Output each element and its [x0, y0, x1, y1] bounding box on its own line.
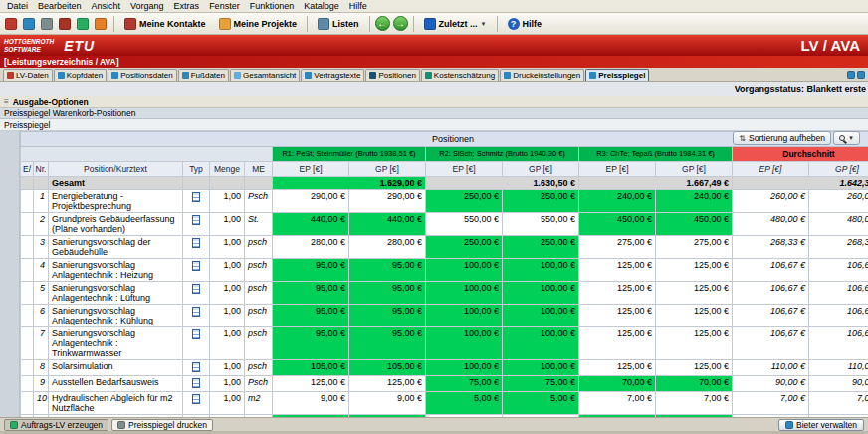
cell-r3-gp[interactable]: 125,00 €	[656, 327, 733, 360]
tab-lv-daten[interactable]: LV-Daten	[3, 69, 53, 81]
cell-r3-ep[interactable]: 125,00 €	[579, 259, 656, 282]
new-document-button[interactable]	[21, 16, 37, 32]
cell-typ[interactable]	[183, 190, 210, 213]
cell-avg-gp[interactable]: 110,00 €	[809, 360, 868, 376]
cell-r2-gp[interactable]: 100,00 €	[503, 327, 579, 360]
cell-me[interactable]: Psch	[245, 376, 273, 392]
column-header-menge[interactable]: Menge	[210, 162, 245, 177]
menu-item-ansicht[interactable]: Ansicht	[87, 1, 126, 11]
cell-r2-ep[interactable]: 5,00 €	[426, 392, 503, 415]
cell-r1-gp[interactable]: 95,00 €	[349, 327, 426, 360]
cell-r1-ep[interactable]: 280,00 €	[273, 236, 349, 259]
cell-me[interactable]: psch	[245, 282, 273, 305]
cell-e[interactable]	[21, 213, 34, 236]
column-header-typ[interactable]: Typ	[183, 162, 210, 177]
cell-menge[interactable]: 1,00	[210, 213, 245, 236]
cell-e[interactable]	[21, 376, 34, 392]
cell-typ[interactable]	[183, 415, 210, 418]
cell-e[interactable]	[21, 177, 34, 190]
cell-typ[interactable]	[183, 259, 210, 282]
bidder-header-2[interactable]: R2: SiSch; Schmitz (Brutto 1940,30 €)	[426, 147, 579, 162]
cell-avg-ep[interactable]: 268,33 €	[733, 236, 809, 259]
preisspiegel-drucken-tab[interactable]: Preisspiegel drucken	[111, 419, 213, 431]
cell-menge[interactable]: 1,00	[210, 305, 245, 327]
ausgabe-optionen-header[interactable]: ≡ Ausgabe-Optionen	[0, 96, 868, 108]
cell-menge[interactable]: 1,00	[210, 327, 245, 360]
cell-r3-gp[interactable]: 125,00 €	[656, 360, 733, 376]
cell-position[interactable]: Grundpreis Gebäudeerfassung (Pläne vorha…	[49, 213, 183, 236]
forward-button[interactable]: →	[393, 16, 408, 31]
cell-r2-ep[interactable]: 100,00 €	[426, 360, 503, 376]
cell-nr[interactable]: 2	[34, 213, 49, 236]
tab-druckeinstellungen[interactable]: Druckeinstellungen	[500, 69, 584, 81]
cell-e[interactable]	[21, 190, 34, 213]
menu-item-funktionen[interactable]: Funktionen	[245, 1, 300, 11]
cell-menge[interactable]: 1,00	[210, 392, 245, 415]
column-header-gp-4[interactable]: GP [€]	[809, 162, 868, 177]
cell-r3-ep[interactable]: 125,00 €	[579, 360, 656, 376]
cell-me[interactable]: psch	[245, 327, 273, 360]
cell-r1-gp[interactable]: 290,00 €	[349, 190, 426, 213]
cell-avg-ep[interactable]: 0,50 €	[733, 415, 809, 418]
cell-typ[interactable]	[183, 236, 210, 259]
cell-position[interactable]: Ausstellen Bedarfsausweis	[49, 376, 183, 392]
cell-r3-gp[interactable]: 125,00 €	[656, 282, 733, 305]
column-header-ep-1[interactable]: EP [€]	[273, 162, 349, 177]
cell-menge[interactable]: 1,00	[210, 259, 245, 282]
cell-r1-ep[interactable]: 105,00 €	[273, 360, 349, 376]
cell-e[interactable]	[21, 259, 34, 282]
cell-r1-gp[interactable]: 95,00 €	[349, 259, 426, 282]
cell-menge[interactable]	[210, 177, 245, 190]
cell-position[interactable]: Hydraulischen Abgleich für m2 Nutzfläche	[49, 392, 183, 415]
cell-r3-gp[interactable]: 450,00 €	[656, 213, 733, 236]
contacts-book-button[interactable]	[57, 16, 73, 32]
meine-kontakte-button[interactable]: Meine Kontakte	[119, 16, 211, 32]
cell-r3-ep[interactable]: 240,00 €	[579, 190, 656, 213]
menu-item-hilfe[interactable]: Hilfe	[344, 1, 372, 11]
bidder-header-1[interactable]: R1: PeSt; Steinmüller (Brutto 1938,51 €)	[273, 147, 426, 162]
cell-r3-ep[interactable]: 70,00 €	[579, 376, 656, 392]
tab-vertragstexte[interactable]: Vertragstexte	[301, 69, 364, 81]
cell-menge[interactable]: 1,00	[210, 282, 245, 305]
column-header-gp-1[interactable]: GP [€]	[349, 162, 426, 177]
cell-r1-gp[interactable]: 0,00 €	[349, 415, 426, 418]
column-header-gp-2[interactable]: GP [€]	[503, 162, 579, 177]
bieter-verwalten-button[interactable]: Bieter verwalten	[778, 419, 864, 431]
cell-r1-ep[interactable]: 0,00 €	[273, 415, 349, 418]
cell-position[interactable]: Energieberatung - Projektbesprechung	[49, 190, 183, 213]
column-header-ep-4[interactable]: EP [€]	[733, 162, 809, 177]
home-button[interactable]	[3, 16, 19, 32]
cell-typ[interactable]	[183, 282, 210, 305]
cell-e[interactable]	[21, 236, 34, 259]
cell-menge[interactable]: 1,00	[210, 236, 245, 259]
window-icon[interactable]	[857, 71, 865, 79]
cell-e[interactable]	[21, 327, 34, 360]
cell-r1-gp[interactable]: 125,00 €	[349, 376, 426, 392]
cell-e[interactable]	[21, 305, 34, 327]
cell-avg-gp[interactable]: 106,67 €	[809, 282, 868, 305]
cell-e[interactable]	[21, 415, 34, 418]
tab-positionsdaten[interactable]: Positionsdaten	[108, 69, 176, 81]
cell-r1-gp[interactable]: 105,00 €	[349, 360, 426, 376]
cell-r1-gp[interactable]: 280,00 €	[349, 236, 426, 259]
hilfe-button[interactable]: ? Hilfe	[503, 16, 547, 32]
cell-menge[interactable]: 1,00	[210, 190, 245, 213]
cell-r2-ep[interactable]: 550,00 €	[426, 213, 503, 236]
cell-r1-ep[interactable]: 95,00 €	[273, 327, 349, 360]
column-header-me[interactable]: ME	[245, 162, 273, 177]
cell-r2-gp[interactable]: 75,00 €	[503, 376, 579, 392]
catalog-button[interactable]	[75, 16, 91, 32]
column-header-ep-2[interactable]: EP [€]	[426, 162, 503, 177]
tab-positionen[interactable]: Positionen	[365, 69, 419, 81]
cell-r2-gp[interactable]: 100,00 €	[503, 282, 579, 305]
cell-r3-gp[interactable]: 0,49 €	[656, 415, 733, 418]
cell-r1-ep[interactable]: 125,00 €	[273, 376, 349, 392]
cell-r2-ep[interactable]: 250,00 €	[426, 236, 503, 259]
cell-nr[interactable]: 9	[34, 376, 49, 392]
cell-typ[interactable]	[183, 392, 210, 415]
cell-avg-ep[interactable]: 106,67 €	[733, 259, 809, 282]
gesamt-total-r1[interactable]: 1.629,00 €	[273, 177, 426, 190]
cell-r3-gp[interactable]: 275,00 €	[656, 236, 733, 259]
cell-r3-ep[interactable]: 125,00 €	[579, 282, 656, 305]
cell-avg-ep[interactable]: 106,67 €	[733, 327, 809, 360]
